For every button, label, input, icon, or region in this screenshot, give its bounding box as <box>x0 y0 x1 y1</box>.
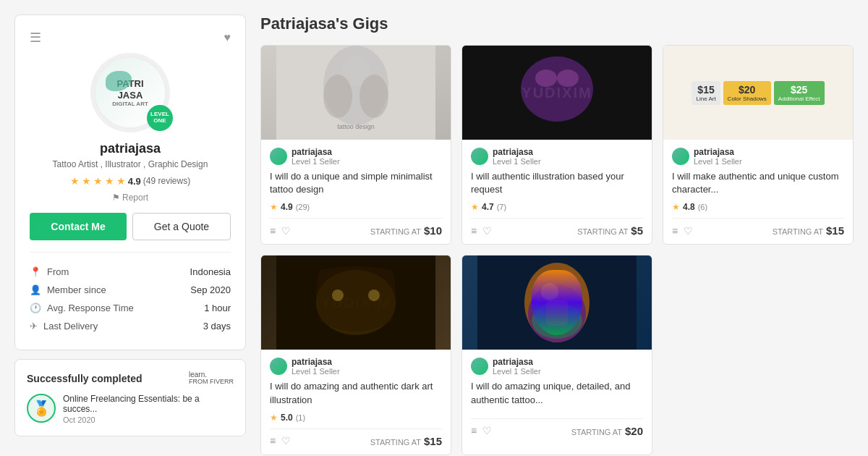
gig-price-block-1: STARTING AT $10 <box>370 224 442 237</box>
seller-name-3: patriajasa <box>694 147 742 157</box>
info-list: 📍 From Indonesia 👤 Member since Sep 2020… <box>30 263 231 335</box>
gig-rating-4: ★ 5.0 (1) <box>270 413 442 423</box>
member-since-label: Member since <box>47 284 106 295</box>
seller-info-5: patriajasa Level 1 Seller <box>493 357 541 376</box>
seller-name-4: patriajasa <box>292 357 340 367</box>
rating-row: ★ ★ ★ ★ ★ 4.9 (49 reviews) <box>30 175 231 187</box>
from-value: Indonesia <box>190 266 231 277</box>
gig-seller-row-3: patriajasa Level 1 Seller <box>672 147 844 166</box>
info-response-time: 🕐 Avg. Response Time 1 hour <box>30 299 231 317</box>
list-icon-3[interactable]: ≡ <box>672 225 678 237</box>
learn-course-title: Online Freelancing Essentials: be a succ… <box>63 394 234 414</box>
gig-card-3[interactable]: $15 Line Art $20 Color Shadows $25 Addit… <box>663 45 854 245</box>
list-icon-5[interactable]: ≡ <box>471 425 477 436</box>
star-5: ★ <box>116 175 126 187</box>
gig-price-1: $10 <box>424 224 442 237</box>
menu-icon[interactable]: ☰ <box>30 30 41 46</box>
contact-button[interactable]: Contact Me <box>30 213 127 240</box>
svg-point-9 <box>535 69 557 87</box>
svg-point-8 <box>521 56 593 122</box>
member-since-value: Sep 2020 <box>190 284 231 295</box>
gig-rating-1: ★ 4.9 (29) <box>270 202 442 212</box>
gig-rating-2: ★ 4.7 (7) <box>471 202 643 212</box>
report-label: Report <box>122 193 148 203</box>
seller-avatar-4 <box>270 358 287 375</box>
gig-seller-row-1: patriajasa Level 1 Seller <box>270 147 442 166</box>
star-1: ★ <box>70 175 80 187</box>
seller-info-3: patriajasa Level 1 Seller <box>694 147 742 166</box>
gig-price-3: $15 <box>826 224 844 237</box>
seller-avatar-5 <box>471 358 488 375</box>
gig-card-1[interactable]: tattoo design patriajasa Level 1 Seller … <box>260 45 451 245</box>
profile-card: ☰ ♥ PATRIJASA DIGITAL ART LEVEL ONE patr… <box>14 14 246 350</box>
gig-footer-icons-2: ≡ ♡ <box>471 225 492 237</box>
gig-seller-row-5: patriajasa Level 1 Seller <box>471 357 643 376</box>
gig-rating-value-3: 4.8 <box>683 202 695 212</box>
learn-badge: 🏅 <box>27 394 56 423</box>
seller-level-2: Level 1 Seller <box>493 157 541 166</box>
star-3: ★ <box>93 175 103 187</box>
avatar: PATRIJASA DIGITAL ART LEVEL ONE <box>90 53 170 132</box>
gig-card-4[interactable]: YUDIXIM patriajasa Level 1 Seller <box>260 255 451 455</box>
gig-image-4: YUDIXIM <box>261 256 451 350</box>
gig-rating-value-1: 4.9 <box>281 202 293 212</box>
gig-body-2: patriajasa Level 1 Seller I will authent… <box>462 140 652 244</box>
seller-avatar-2 <box>471 148 488 165</box>
seller-info-4: patriajasa Level 1 Seller <box>292 357 340 376</box>
star-2: ★ <box>82 175 91 187</box>
seller-level-1: Level 1 Seller <box>292 157 340 166</box>
learn-card-header: Successfully completed learn. FROM FIVER… <box>27 371 234 385</box>
gig-title-4: I will do amazing and authentic dark art… <box>270 380 442 406</box>
info-from: 📍 From Indonesia <box>30 263 231 281</box>
list-icon-2[interactable]: ≡ <box>471 225 477 237</box>
gig-reviews-4: (1) <box>296 413 305 422</box>
gig-reviews-3: (6) <box>698 203 707 211</box>
gig-footer-1: ≡ ♡ STARTING AT $10 <box>270 218 442 237</box>
list-icon-4[interactable]: ≡ <box>270 435 276 447</box>
list-icon-1[interactable]: ≡ <box>270 225 276 237</box>
gig-footer-icons-5: ≡ ♡ <box>471 425 492 436</box>
heart-icon-3[interactable]: ♡ <box>684 225 693 237</box>
seller-level-4: Level 1 Seller <box>292 367 340 376</box>
seller-info-1: patriajasa Level 1 Seller <box>292 147 340 166</box>
quote-button[interactable]: Get a Quote <box>132 213 231 240</box>
heart-icon-2[interactable]: ♡ <box>482 225 492 237</box>
gig-price-block-3: STARTING AT $15 <box>773 224 844 237</box>
favorite-icon[interactable]: ♥ <box>224 31 231 44</box>
gig-footer-3: ≡ ♡ STARTING AT $15 <box>672 218 844 237</box>
gig-footer-2: ≡ ♡ STARTING AT $5 <box>471 218 643 237</box>
response-time-value: 1 hour <box>204 303 231 313</box>
learn-card: Successfully completed learn. FROM FIVER… <box>14 359 246 436</box>
gig-image-3: $15 Line Art $20 Color Shadows $25 Addit… <box>663 46 853 140</box>
level-badge: LEVEL ONE <box>147 105 173 131</box>
learn-course-date: Oct 2020 <box>63 415 234 424</box>
gig-image-5 <box>462 256 652 350</box>
gig-card-2[interactable]: YUDIXIM patriajasa Level 1 Seller <box>461 45 652 245</box>
gig-price-4: $15 <box>424 435 442 447</box>
gig-footer-icons-1: ≡ ♡ <box>270 225 291 237</box>
gig-body-4: patriajasa Level 1 Seller I will do amaz… <box>261 350 451 454</box>
svg-point-18 <box>528 284 586 342</box>
report-link[interactable]: ⚑ Report <box>112 193 148 203</box>
flag-icon: ⚑ <box>112 193 120 203</box>
heart-icon-1[interactable]: ♡ <box>281 225 291 237</box>
seller-avatar-1 <box>270 148 287 165</box>
seller-name-5: patriajasa <box>493 357 541 367</box>
gig-price-block-5: STARTING AT $20 <box>571 425 643 437</box>
gig-reviews-1: (29) <box>296 203 310 211</box>
heart-icon-5[interactable]: ♡ <box>482 425 492 436</box>
gig-card-5[interactable]: patriajasa Level 1 Seller I will do amaz… <box>461 255 652 455</box>
learn-logo-sub: FROM FIVERR <box>189 379 234 385</box>
svg-point-4 <box>359 75 388 118</box>
card-top-icons: ☰ ♥ <box>30 30 231 46</box>
heart-icon-4[interactable]: ♡ <box>281 435 291 447</box>
buttons-row: Contact Me Get a Quote <box>30 213 231 240</box>
price-tier-silver: $15 Line Art <box>692 81 720 105</box>
gig-seller-row-4: patriajasa Level 1 Seller <box>270 357 442 376</box>
gig-price-2: $5 <box>631 224 643 237</box>
seller-name-2: patriajasa <box>493 147 541 157</box>
seller-level-3: Level 1 Seller <box>694 157 742 166</box>
clock-icon: 🕐 <box>30 303 41 313</box>
gig-price-5: $20 <box>625 425 643 437</box>
rating-value: 4.9 <box>128 176 141 187</box>
